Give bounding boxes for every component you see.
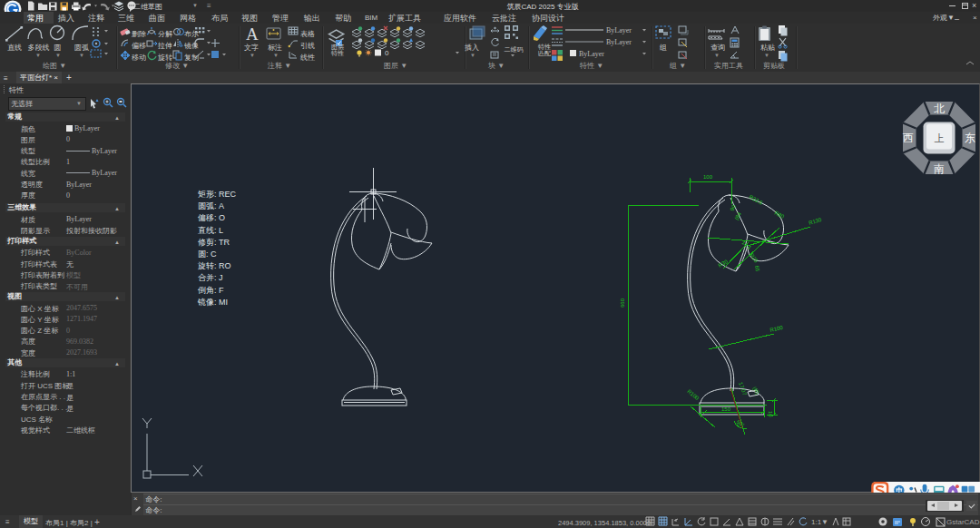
svg-text:150: 150 — [721, 406, 731, 412]
svg-text:ByLayer: ByLayer — [606, 38, 632, 46]
svg-text:10: 10 — [768, 411, 773, 417]
svg-text:上: 上 — [935, 132, 945, 143]
svg-text:ByLayer: ByLayer — [579, 50, 604, 58]
svg-text:65: 65 — [754, 265, 760, 272]
svg-text:A: A — [246, 24, 259, 44]
svg-text:R130: R130 — [808, 217, 823, 226]
svg-text:100: 100 — [703, 174, 713, 180]
svg-text:南: 南 — [934, 162, 945, 175]
svg-text:R100: R100 — [686, 388, 700, 401]
svg-text:90: 90 — [730, 203, 738, 211]
svg-text:R100: R100 — [769, 325, 784, 333]
svg-text:50°: 50° — [735, 419, 745, 428]
svg-text:R30: R30 — [718, 259, 730, 269]
svg-text:R80: R80 — [774, 210, 786, 220]
svg-text:东: 东 — [965, 132, 975, 144]
svg-text:ByLayer: ByLayer — [606, 26, 632, 34]
svg-text:R22.5: R22.5 — [749, 194, 764, 207]
svg-text:660: 660 — [620, 298, 625, 308]
svg-text:R25: R25 — [749, 252, 760, 264]
svg-text:0: 0 — [385, 49, 389, 57]
svg-text:1:1▼: 1:1▼ — [811, 518, 828, 526]
svg-text:西: 西 — [903, 132, 914, 144]
svg-text:北: 北 — [934, 103, 945, 115]
